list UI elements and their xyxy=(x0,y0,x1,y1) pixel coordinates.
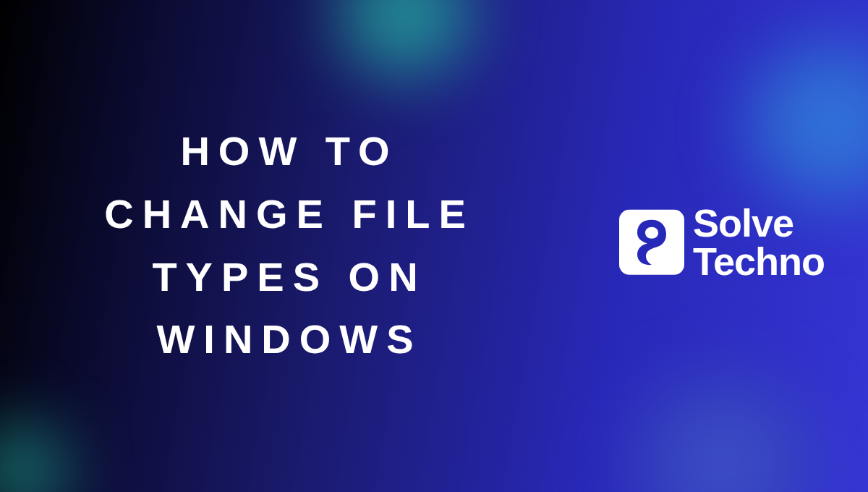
svg-point-0 xyxy=(647,228,657,238)
content-container: HOW TO CHANGE FILE TYPES ON WINDOWS Solv… xyxy=(0,0,868,492)
logo-icon xyxy=(619,210,684,275)
s-glyph-icon xyxy=(631,217,672,268)
logo-text: Solve Techno xyxy=(693,204,825,281)
brand-logo: Solve Techno xyxy=(619,204,825,281)
logo-text-line1: Solve xyxy=(693,204,825,242)
logo-text-line2: Techno xyxy=(693,242,825,281)
main-title: HOW TO CHANGE FILE TYPES ON WINDOWS xyxy=(58,120,521,371)
